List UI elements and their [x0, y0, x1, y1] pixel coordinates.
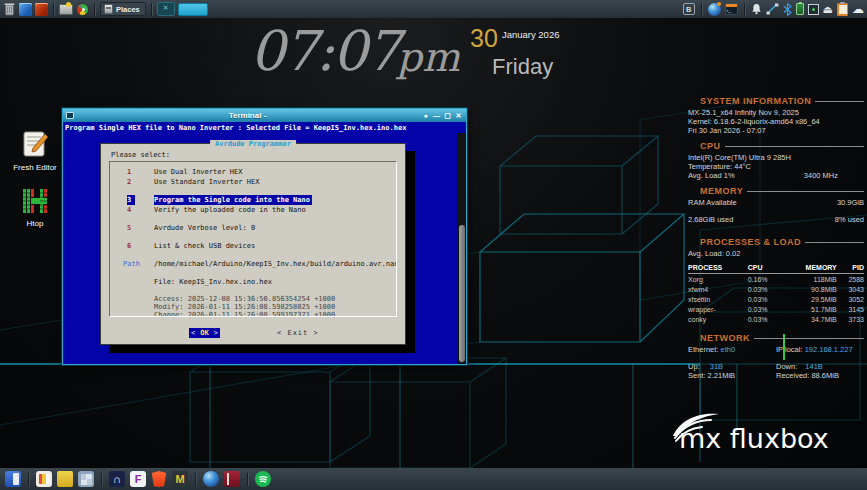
- system-tray: B ⏏ ☁: [683, 3, 864, 16]
- ram-available-value: 30.9GiB: [837, 198, 864, 207]
- maximize-button[interactable]: ▢: [443, 110, 452, 121]
- close-button[interactable]: ✕: [454, 110, 463, 121]
- ram-used-percent: 8% used: [835, 215, 864, 224]
- exit-button[interactable]: < Exit >: [277, 329, 319, 337]
- menu-item-label: Use Dual Inverter HEX: [154, 167, 243, 177]
- conky-section-header: MEMORY: [686, 187, 864, 196]
- terminal-launcher-icon[interactable]: [725, 3, 738, 15]
- blue-cube-icon[interactable]: [19, 3, 32, 16]
- file-manager-icon[interactable]: [57, 471, 73, 487]
- disk-icon[interactable]: [59, 4, 73, 15]
- menu-item-label: Verify the uploaded code in the Nano: [154, 205, 306, 215]
- menu-item-number: 1: [127, 167, 135, 177]
- menu-item-number: 5: [127, 223, 135, 233]
- red-book-app-icon[interactable]: [224, 471, 240, 487]
- eject-icon[interactable]: ⏏: [823, 4, 833, 15]
- cpu-frequency: 3400 MHz: [804, 171, 838, 180]
- terminal-scrollbar-thumb[interactable]: [459, 225, 465, 362]
- web-browser-icon[interactable]: [203, 471, 219, 487]
- places-label: Places: [116, 5, 140, 14]
- menu-item-label: Avrdude Verbose level: 0: [154, 223, 255, 233]
- package-icon[interactable]: [808, 4, 819, 15]
- minimize-button[interactable]: —: [432, 110, 441, 121]
- received-line: Received: 88.6MiB: [776, 371, 864, 380]
- desktop-icon-label: Htop: [2, 219, 68, 228]
- flag-app-icon[interactable]: F: [130, 471, 146, 487]
- menu-item-3-selected[interactable]: 3 Program the Single code into the Nano: [110, 195, 396, 205]
- battery-icon[interactable]: [796, 3, 804, 15]
- mx-fluxbox-logo: mx fluxbox: [667, 408, 857, 458]
- logo-text: mx fluxbox: [679, 423, 829, 454]
- conky-monitor: SYSTEM INFORMATION MX-25.1_x64 Infinity …: [686, 90, 864, 380]
- desktop-clock: 07:07 pm 30 January 2026 Friday: [250, 20, 559, 82]
- places-menu-button[interactable]: Places: [100, 2, 146, 16]
- terminal-body: Avrdude Programmer Please select: 1 Use …: [63, 133, 466, 364]
- browser-globe-icon[interactable]: [708, 3, 721, 16]
- photos-app-icon[interactable]: [36, 471, 52, 487]
- bottom-panel: ∩ F M: [0, 468, 867, 490]
- cloud-icon[interactable]: ☁: [852, 3, 864, 15]
- calculator-icon[interactable]: [78, 471, 94, 487]
- panel-separator: [195, 473, 196, 486]
- arc-browser-icon[interactable]: ∩: [109, 471, 125, 487]
- path-label: Path: [123, 259, 154, 269]
- shade-button[interactable]: ●: [421, 110, 430, 121]
- panel-separator: [701, 3, 702, 16]
- menu-item-label: Program the Single code into the Nano: [154, 195, 312, 205]
- sent-line: Sent: 2.21MiB: [688, 371, 776, 380]
- menu-item-1[interactable]: 1 Use Dual Inverter HEX: [110, 167, 396, 177]
- down-value: 141B: [805, 362, 823, 371]
- red-cube-icon[interactable]: [35, 3, 48, 16]
- menu-item-number: 2: [127, 177, 135, 187]
- kernel-line: Kernel: 6.18.6-2-liquorix-amd64 x86_64: [688, 117, 864, 126]
- memory-header: MEMORY: [700, 187, 743, 196]
- menu-item-6[interactable]: 6 List & check USB devices: [110, 241, 396, 251]
- desktop-icon-fresh-editor[interactable]: Fresh Editor: [2, 128, 68, 172]
- ip-label: IP local:: [776, 345, 803, 354]
- terminal-scrollbar-track[interactable]: [457, 133, 466, 364]
- mail-app-icon[interactable]: M: [172, 471, 188, 487]
- network-connection-icon[interactable]: [766, 3, 779, 15]
- cpu-load: Avg. Load 1%: [688, 171, 735, 180]
- date-line: Fri 30 Jan 2026 - 07:07: [688, 126, 864, 135]
- trash-icon[interactable]: [3, 2, 16, 16]
- clock-date: 30 January 2026 Friday: [470, 26, 559, 82]
- panel-separator: [101, 473, 102, 486]
- avrdude-dialog: Avrdude Programmer Please select: 1 Use …: [100, 143, 406, 345]
- menu-item-4[interactable]: 4 Verify the uploaded code in the Nano: [110, 205, 396, 215]
- col-memory: MEMORY: [782, 263, 836, 274]
- clock-month-year: January 2026: [502, 29, 560, 40]
- panel-separator: [53, 3, 54, 16]
- cpu-model: Intel(R) Core(TM) Ultra 9 285H: [688, 153, 864, 162]
- menu-item-2[interactable]: 2 Use Standard Inverter HEX: [110, 177, 396, 187]
- brave-browser-icon[interactable]: [151, 471, 167, 487]
- clipboard-icon[interactable]: [837, 3, 848, 16]
- spotify-icon[interactable]: [255, 471, 271, 487]
- taskbar-active-window-button[interactable]: [178, 3, 208, 16]
- clock-meridiem: pm: [397, 34, 461, 80]
- terminal-titlebar[interactable]: Terminal - ● — ▢ ✕: [63, 109, 466, 122]
- ok-button[interactable]: <OK>: [189, 328, 220, 338]
- gauge-icon[interactable]: [76, 3, 89, 16]
- menu-item-5[interactable]: 5 Avrdude Verbose level: 0: [110, 223, 396, 233]
- notepad-pencil-icon: [19, 128, 51, 160]
- menu-item-number: 6: [127, 241, 135, 251]
- panel-separator: [94, 3, 95, 16]
- window-menu-icon[interactable]: [66, 112, 74, 119]
- file-line: File: KeepIS_Inv.hex.ino.hex: [154, 277, 396, 287]
- b-tray-icon[interactable]: B: [683, 3, 695, 15]
- dialog-listbox: 1 Use Dual Inverter HEX 2 Use Standard I…: [109, 161, 397, 317]
- notification-bell-icon[interactable]: [751, 3, 762, 15]
- ok-label: OK: [195, 329, 213, 337]
- ok-bracket-right: >: [214, 329, 218, 337]
- distro-line: MX-25.1_x64 Infinity Nov 9, 2025: [688, 108, 864, 117]
- col-pid: PID: [837, 263, 864, 274]
- ethernet-label: Ethernet:: [688, 345, 718, 354]
- taskbar-window-monitor-icon[interactable]: [157, 2, 175, 16]
- menu-item-label: Use Standard Inverter HEX: [154, 177, 259, 187]
- cpu-header: CPU: [700, 142, 721, 151]
- notes-app-icon[interactable]: [5, 471, 21, 487]
- bluetooth-icon[interactable]: [783, 3, 792, 16]
- desktop-icon-htop[interactable]: Htop: [2, 186, 68, 228]
- panel-separator: [28, 473, 29, 486]
